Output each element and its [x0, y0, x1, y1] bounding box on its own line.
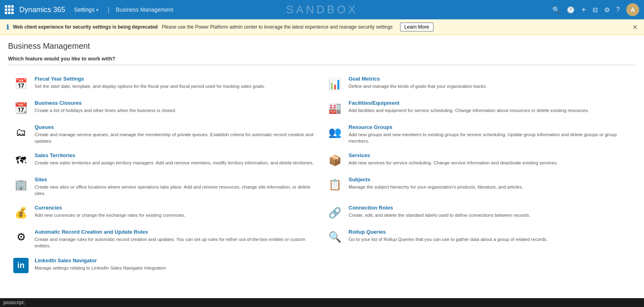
gear-icon[interactable]: ⚙ — [604, 6, 610, 14]
nav-right: 🔍 🕐 + ⊟ ⚙ ? A — [552, 3, 639, 16]
rollup-queries-desc: Go to your list of Rollup Queries that y… — [349, 236, 631, 243]
breadcrumb-separator: | — [108, 6, 109, 13]
item-resource-groups[interactable]: 👥 Resource Groups Add new groups and new… — [322, 120, 636, 148]
linkedin-desc: Manage settings relating to LinkedIn Sal… — [35, 265, 317, 271]
recent-icon[interactable]: 🕐 — [567, 6, 575, 14]
item-business-closures[interactable]: 📆 Business Closures Create a list of hol… — [8, 96, 322, 120]
item-sites[interactable]: 🏢 Sites Create new sites or office locat… — [8, 172, 322, 201]
linkedin-icon: in — [13, 257, 29, 274]
notification-bar: ℹ Web client experience for security set… — [0, 19, 644, 35]
settings-nav-button[interactable]: Settings ▾ — [71, 5, 101, 15]
business-closures-title: Business Closures — [35, 100, 317, 106]
services-desc: Add new services for service scheduling.… — [349, 160, 631, 166]
help-icon[interactable]: ? — [616, 6, 620, 13]
sales-territories-desc: Create new sales territories and assign … — [35, 160, 317, 166]
close-notification-icon[interactable]: ✕ — [632, 23, 638, 31]
page-title: Business Management — [8, 41, 636, 51]
avatar[interactable]: A — [626, 3, 639, 16]
items-grid: 📅 Fiscal Year Settings Set the start dat… — [8, 72, 636, 278]
facilities-desc: Add facilities and equipment for service… — [349, 107, 631, 114]
currencies-icon: 💰 — [13, 205, 29, 221]
auto-record-title: Automatic Record Creation and Update Rul… — [35, 229, 317, 235]
resource-groups-title: Resource Groups — [349, 124, 631, 130]
sites-title: Sites — [35, 176, 317, 183]
business-closures-icon: 📆 — [13, 100, 29, 116]
currencies-title: Currencies — [35, 205, 317, 211]
notif-bold-text: Web client experience for security setti… — [13, 24, 158, 30]
facilities-title: Facilities/Equipment — [349, 100, 631, 106]
queues-title: Queues — [35, 124, 317, 130]
goal-metrics-icon: 📊 — [327, 76, 343, 92]
resource-groups-icon: 👥 — [327, 124, 343, 140]
subjects-icon: 📋 — [327, 176, 343, 193]
item-rollup-queries[interactable]: 🔍 Rollup Queries Go to your list of Roll… — [322, 225, 636, 253]
connection-roles-icon: 🔗 — [327, 205, 343, 221]
fiscal-year-desc: Set the start date, template, and displa… — [35, 83, 317, 89]
item-auto-record[interactable]: ⚙ Automatic Record Creation and Update R… — [8, 225, 322, 253]
search-icon[interactable]: 🔍 — [552, 6, 560, 14]
item-sales-territories[interactable]: 🗺 Sales Territories Create new sales ter… — [8, 148, 322, 172]
currencies-desc: Add new currencies or change the exchang… — [35, 212, 317, 218]
app-name: Dynamics 365 — [19, 6, 65, 14]
facilities-icon: 🏭 — [327, 100, 343, 116]
item-facilities[interactable]: 🏭 Facilities/Equipment Add facilities an… — [322, 96, 636, 120]
services-title: Services — [349, 152, 631, 158]
item-connection-roles[interactable]: 🔗 Connection Roles Create, edit, and del… — [322, 201, 636, 225]
business-closures-desc: Create a list of holidays and other time… — [35, 107, 317, 114]
sales-territories-title: Sales Territories — [35, 152, 317, 158]
rollup-queries-icon: 🔍 — [327, 229, 343, 245]
sites-icon: 🏢 — [13, 176, 29, 193]
waffle-menu[interactable] — [5, 5, 14, 14]
fiscal-year-icon: 📅 — [13, 76, 29, 92]
goal-metrics-title: Goal Metrics — [349, 76, 631, 82]
goal-metrics-desc: Define and manage the kinds of goals tha… — [349, 83, 631, 89]
page-content: Business Management Which feature would … — [0, 35, 644, 284]
resource-groups-desc: Add new groups and new members to existi… — [349, 131, 631, 144]
item-subjects[interactable]: 📋 Subjects Manage the subject hierarchy … — [322, 172, 636, 201]
connection-roles-title: Connection Roles — [349, 205, 631, 211]
item-services[interactable]: 📦 Services Add new services for service … — [322, 148, 636, 172]
chevron-down-icon: ▾ — [96, 8, 98, 12]
fiscal-year-title: Fiscal Year Settings — [35, 76, 317, 82]
item-goal-metrics[interactable]: 📊 Goal Metrics Define and manage the kin… — [322, 72, 636, 96]
sales-territories-icon: 🗺 — [13, 152, 29, 168]
item-linkedin[interactable]: in LinkedIn Sales Navigator Manage setti… — [8, 253, 322, 278]
auto-record-icon: ⚙ — [13, 229, 29, 245]
queues-icon: 🗂 — [13, 124, 29, 140]
add-icon[interactable]: + — [581, 5, 586, 15]
filter-icon[interactable]: ⊟ — [592, 6, 598, 14]
breadcrumb: Business Management — [116, 6, 173, 13]
subjects-desc: Manage the subject hierarchy for your or… — [349, 184, 631, 190]
sites-desc: Create new sites or office locations whe… — [35, 184, 317, 197]
learn-more-button[interactable]: Learn More — [400, 23, 433, 31]
info-icon: ℹ — [6, 23, 9, 31]
services-icon: 📦 — [327, 152, 343, 168]
linkedin-title: LinkedIn Sales Navigator — [35, 257, 317, 263]
subjects-title: Subjects — [349, 176, 631, 183]
queues-desc: Create and manage service queues, and ma… — [35, 131, 317, 144]
section-question: Which feature would you like to work wit… — [8, 56, 636, 65]
nav-left: Dynamics 365 Settings ▾ | Business Manag… — [5, 5, 552, 15]
auto-record-desc: Create and manage rules for automatic re… — [35, 236, 317, 249]
connection-roles-desc: Create, edit, and delete the standard la… — [349, 212, 631, 218]
top-nav: Dynamics 365 Settings ▾ | Business Manag… — [0, 0, 644, 19]
item-fiscal-year[interactable]: 📅 Fiscal Year Settings Set the start dat… — [8, 72, 322, 96]
rollup-queries-title: Rollup Queries — [349, 229, 631, 235]
item-queues[interactable]: 🗂 Queues Create and manage service queue… — [8, 120, 322, 148]
item-currencies[interactable]: 💰 Currencies Add new currencies or chang… — [8, 201, 322, 225]
notif-text: Please use the Power Platform admin cent… — [162, 24, 393, 30]
